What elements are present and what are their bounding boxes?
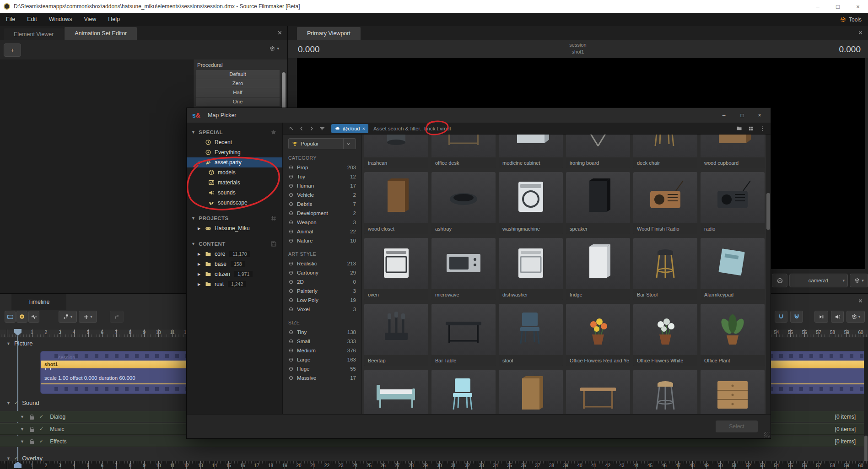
asset-grid-scrollbar[interactable] xyxy=(766,135,771,415)
lock-icon[interactable] xyxy=(30,441,34,444)
check-icon[interactable]: ✓ xyxy=(14,400,18,406)
minimize-button[interactable]: – xyxy=(808,0,828,13)
sort-select[interactable]: Popular xyxy=(288,138,356,149)
camera-select[interactable]: camera1 ▾ xyxy=(789,274,848,287)
asset-item-25[interactable] xyxy=(431,370,496,415)
sidebar-item-rust[interactable]: ▶rust1,242 xyxy=(187,279,282,289)
sidebar-section-special[interactable]: ▼SPECIAL xyxy=(187,127,282,137)
clip-editor-button[interactable] xyxy=(5,311,16,323)
asset-ironing-board[interactable]: ironing board xyxy=(566,135,630,168)
nav-up-icon[interactable] xyxy=(286,126,297,131)
asset-office-flowers-white[interactable]: Office Flowers White xyxy=(633,304,697,366)
filter-item-realistic[interactable]: Realistic213 xyxy=(288,259,356,268)
asset-item-29[interactable] xyxy=(701,370,765,415)
scrollbar-thumb[interactable] xyxy=(282,72,286,111)
sidebar-item-citizen[interactable]: ▶citizen1,971 xyxy=(187,269,282,279)
filter-item-weapon[interactable]: Weapon3 xyxy=(288,218,356,227)
filter-item-toy[interactable]: Toy12 xyxy=(288,172,356,181)
filter-icon[interactable] xyxy=(317,125,328,132)
asset-office-plant[interactable]: Office Plant xyxy=(701,304,765,366)
scrollbar-thumb[interactable] xyxy=(766,193,770,230)
motion-editor-button[interactable] xyxy=(16,311,27,323)
preset-default[interactable]: Default xyxy=(196,70,280,79)
menu-edit[interactable]: Edit xyxy=(21,13,43,26)
asset-item-26[interactable] xyxy=(499,370,563,415)
filter-item-voxel[interactable]: Voxel3 xyxy=(288,305,356,314)
close-button[interactable]: × xyxy=(751,108,768,123)
filter-item-huge[interactable]: Huge55 xyxy=(288,364,356,373)
asset-beertap[interactable]: Beertap xyxy=(364,304,428,366)
tab-element-viewer[interactable]: Element Viewer xyxy=(4,28,64,40)
asset-wood-finish-radio[interactable]: Wood Finish Radio xyxy=(633,172,697,234)
lock-icon[interactable] xyxy=(30,416,34,420)
camera-target-button[interactable] xyxy=(772,274,787,287)
folder-view-icon[interactable] xyxy=(736,125,742,131)
close-icon[interactable] xyxy=(857,298,863,304)
sidebar-item-recent[interactable]: Recent xyxy=(187,137,282,147)
filter-item-painterly[interactable]: Painterly3 xyxy=(288,286,356,296)
back-icon[interactable] xyxy=(297,126,307,131)
sidebar-item-base[interactable]: ▶base158 xyxy=(187,259,282,269)
map-picker-titlebar[interactable]: s& Map Picker – □ × xyxy=(187,108,771,123)
tab-animation-set-editor[interactable]: Animation Set Editor xyxy=(65,27,137,40)
asset-alarmkeypad[interactable]: Alarmkeypad xyxy=(701,238,765,300)
preset-one[interactable]: One xyxy=(196,97,280,106)
asset-radio[interactable]: radio xyxy=(701,172,765,234)
asset-office-flowers-red-and-ye[interactable]: Office Flowers Red and Ye xyxy=(566,304,630,366)
filter-item-nature[interactable]: Nature10 xyxy=(288,236,356,245)
filter-item-medium[interactable]: Medium376 xyxy=(288,346,356,355)
cloud-filter-chip[interactable]: @cloud × xyxy=(331,124,368,133)
tab-primary-viewport[interactable]: Primary Viewport xyxy=(297,27,361,40)
asset-medicine-cabinet[interactable]: medicine cabinet xyxy=(499,135,563,168)
add-bookmark-button[interactable]: ▾ xyxy=(59,311,77,323)
asset-dishwasher[interactable]: dishwasher xyxy=(499,238,563,300)
asset-microwave[interactable]: microwave xyxy=(431,238,496,300)
maximize-button[interactable]: □ xyxy=(734,108,750,123)
sidebar-section-content[interactable]: ▼CONTENT xyxy=(187,239,282,249)
snap-magnet-button[interactable] xyxy=(775,311,787,323)
sidebar-item-models[interactable]: models xyxy=(187,167,282,178)
preset-zero[interactable]: Zero xyxy=(196,79,280,88)
filter-item-large[interactable]: Large163 xyxy=(288,355,356,364)
asset-bar-stool[interactable]: Bar Stool xyxy=(633,238,697,300)
add-clip-button[interactable]: ▾ xyxy=(79,311,97,323)
sidebar-item-everything[interactable]: Everything xyxy=(187,147,282,157)
filter-item-development[interactable]: Development2 xyxy=(288,209,356,218)
grid-view-icon[interactable] xyxy=(748,126,754,131)
sidebar-item-core[interactable]: ▶core11,170 xyxy=(187,249,282,259)
filter-item-human[interactable]: Human17 xyxy=(288,181,356,190)
asset-wood-cupboard[interactable]: wood cupboard xyxy=(701,135,765,168)
ase-settings-button[interactable]: ▾ xyxy=(269,45,279,52)
picture-track-header[interactable]: ▼ Picture xyxy=(6,340,32,347)
asset-deck-chair[interactable]: deck chair xyxy=(633,135,697,168)
filter-item-low-poly[interactable]: Low Poly19 xyxy=(288,296,356,305)
sidebar-item-asset-party[interactable]: ▼asset.party xyxy=(187,157,282,167)
asset-fridge[interactable]: fridge xyxy=(566,238,630,300)
asset-speaker[interactable]: speaker xyxy=(566,172,630,234)
sidebar-item-sounds[interactable]: sounds xyxy=(187,188,282,198)
asset-wood-closet[interactable]: wood closet xyxy=(364,172,428,234)
lock-icon[interactable] xyxy=(30,429,34,432)
sidebar-item-materials[interactable]: materials xyxy=(187,178,282,188)
asset-ashtray[interactable]: ashtray xyxy=(431,172,496,234)
sidebar-item-hatsune-miku[interactable]: ▶Hatsune_Miku xyxy=(187,223,282,233)
asset-stool[interactable]: stool xyxy=(499,304,563,366)
menu-help[interactable]: Help xyxy=(102,13,126,26)
asset-trashcan[interactable]: trashcan xyxy=(364,135,428,168)
search-input[interactable]: Asset search & filter.. brick t:vmdl xyxy=(373,126,451,131)
timeline-bottom-ruler[interactable]: 1234567891011121314151617181920212223242… xyxy=(0,461,868,469)
close-icon[interactable] xyxy=(277,30,283,36)
filter-item-prop[interactable]: Prop203 xyxy=(288,163,356,172)
sidebar-item-soundscape[interactable]: soundscape xyxy=(187,198,282,208)
filter-item-debris[interactable]: Debris7 xyxy=(288,199,356,209)
tab-timeline[interactable]: Timeline xyxy=(11,294,66,310)
asset-bar-table[interactable]: Bar Table xyxy=(431,304,496,366)
more-options-icon[interactable] xyxy=(760,126,765,131)
chip-close-icon[interactable]: × xyxy=(362,126,365,131)
filter-item-cartoony[interactable]: Cartoony29 xyxy=(288,268,356,277)
asset-oven[interactable]: oven xyxy=(364,238,428,300)
timeline-settings-button[interactable]: ▾ xyxy=(846,311,865,323)
filter-item-animal[interactable]: Animal22 xyxy=(288,227,356,236)
filter-item-vehicle[interactable]: Vehicle2 xyxy=(288,190,356,199)
sidebar-section-projects[interactable]: ▼PROJECTS xyxy=(187,213,282,223)
